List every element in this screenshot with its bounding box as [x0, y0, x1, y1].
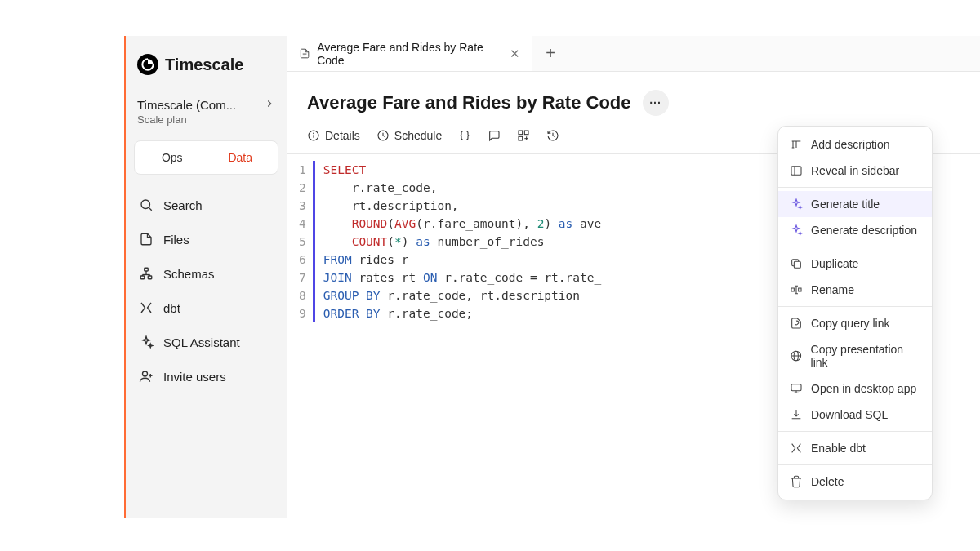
sparkle-icon [139, 335, 154, 349]
sidebar-item-dbt[interactable]: dbt [131, 291, 282, 325]
menu-duplicate[interactable]: Duplicate [778, 251, 932, 277]
toolbar-schedule[interactable]: Schedule [376, 129, 442, 142]
menu-label: Copy query link [811, 317, 890, 330]
sidebar-item-label: dbt [163, 301, 180, 315]
sidebar-item-files[interactable]: Files [131, 222, 282, 256]
sidebar-item-schemas[interactable]: Schemas [131, 256, 282, 291]
svg-point-0 [141, 200, 150, 209]
menu-label: Open in desktop app [811, 382, 916, 395]
more-actions-button[interactable]: ··· [643, 90, 669, 116]
svg-line-1 [149, 207, 151, 210]
menu-divider [778, 306, 932, 307]
toolbar-details[interactable]: Details [307, 129, 360, 142]
menu-copy-query-link[interactable]: Copy query link [778, 310, 932, 336]
link-icon [790, 317, 803, 330]
sidebar-item-label: Invite users [163, 370, 226, 384]
svg-point-17 [314, 133, 314, 134]
menu-label: Add description [811, 138, 890, 151]
menu-generate-title[interactable]: Generate title [778, 191, 932, 217]
desktop-icon [790, 382, 803, 395]
document-title: Average Fare and Rides by Rate Code [307, 92, 631, 113]
close-icon[interactable]: ✕ [510, 47, 520, 61]
brand-logo: Timescale [126, 36, 287, 90]
toolbar-details-label: Details [325, 129, 360, 142]
workspace-plan: Scale plan [137, 113, 275, 126]
document-header: Average Fare and Rides by Rate Code ··· [287, 72, 980, 124]
menu-download-sql[interactable]: Download SQL [778, 402, 932, 428]
svg-rect-24 [791, 167, 801, 176]
menu-reveal-in-sidebar[interactable]: Reveal in sidebar [778, 158, 932, 184]
menu-label: Delete [811, 475, 844, 488]
app-frame: Timescale Timescale (Com... Scale plan O… [124, 36, 980, 518]
logo-icon [137, 54, 158, 75]
sidebar-icon [790, 164, 803, 177]
svg-rect-2 [145, 268, 149, 271]
menu-label: Generate description [811, 224, 917, 237]
svg-point-10 [143, 371, 148, 376]
dbt-icon [790, 442, 803, 455]
document-tab-title: Average Fare and Rides by Rate Code [317, 41, 503, 67]
svg-rect-31 [791, 384, 801, 391]
cursor-indicator [313, 161, 315, 322]
menu-delete[interactable]: Delete [778, 469, 932, 495]
menu-generate-description[interactable]: Generate description [778, 217, 932, 243]
menu-label: Enable dbt [811, 442, 866, 455]
sql-code: SELECT r.rate_code, rt.description, ROUN… [323, 161, 602, 322]
download-icon [790, 408, 803, 421]
document-tab[interactable]: Average Fare and Rides by Rate Code ✕ [287, 36, 532, 71]
info-icon [307, 129, 320, 142]
menu-open-desktop[interactable]: Open in desktop app [778, 375, 932, 402]
search-icon [139, 198, 154, 212]
sidebar-item-label: Files [163, 233, 189, 247]
sidebar: Timescale Timescale (Com... Scale plan O… [126, 36, 287, 518]
invite-icon [139, 369, 154, 384]
toolbar-history[interactable] [546, 129, 559, 142]
schema-icon [139, 266, 154, 281]
sidebar-item-sql-assistant[interactable]: SQL Assistant [131, 325, 282, 359]
toolbar-braces[interactable] [458, 129, 471, 142]
clock-icon [376, 129, 390, 142]
add-panel-icon [517, 129, 530, 142]
sidebar-item-search[interactable]: Search [131, 188, 282, 222]
menu-divider [778, 464, 932, 465]
main-area: Average Fare and Rides by Rate Code ✕ + … [287, 36, 980, 518]
menu-divider [778, 187, 932, 188]
sidebar-item-label: Schemas [163, 267, 215, 281]
sidebar-item-invite-users[interactable]: Invite users [131, 359, 282, 393]
sidebar-item-label: Search [163, 198, 203, 212]
toggle-data[interactable]: Data [207, 144, 275, 171]
globe-icon [790, 349, 803, 362]
trash-icon [790, 475, 803, 488]
ops-data-toggle: Ops Data [134, 140, 278, 175]
history-icon [546, 129, 559, 142]
new-tab-button[interactable]: + [532, 36, 568, 71]
toolbar-add-panel[interactable] [517, 129, 530, 142]
menu-label: Reveal in sidebar [811, 164, 899, 177]
menu-label: Duplicate [811, 257, 858, 270]
sparkle-icon [790, 224, 803, 237]
dbt-icon [139, 300, 154, 315]
menu-label: Download SQL [811, 408, 888, 421]
menu-label: Rename [811, 283, 854, 296]
sparkle-icon [790, 198, 803, 211]
workspace-name: Timescale (Com... [137, 98, 260, 112]
sidebar-item-label: SQL Assistant [163, 335, 240, 349]
menu-label: Copy presentation link [811, 343, 920, 369]
menu-add-description[interactable]: Add description [778, 131, 932, 158]
menu-label: Generate title [811, 198, 880, 211]
brand-name: Timescale [165, 56, 243, 74]
context-menu: Add description Reveal in sidebar Genera… [777, 126, 933, 500]
chevron-right-icon [264, 98, 275, 113]
menu-copy-presentation-link[interactable]: Copy presentation link [778, 336, 932, 375]
line-number-gutter: 123456789 [287, 161, 313, 322]
rename-icon [790, 283, 803, 296]
tab-strip: Average Fare and Rides by Rate Code ✕ + [287, 36, 980, 72]
menu-enable-dbt[interactable]: Enable dbt [778, 435, 932, 461]
workspace-picker[interactable]: Timescale (Com... Scale plan [126, 90, 287, 137]
svg-rect-4 [148, 276, 152, 279]
toolbar-comment[interactable] [488, 129, 501, 142]
sidebar-nav: Search Files Schemas dbt SQL Assistant I… [126, 184, 287, 397]
menu-rename[interactable]: Rename [778, 277, 932, 303]
toggle-ops[interactable]: Ops [138, 144, 207, 171]
duplicate-icon [790, 257, 803, 270]
